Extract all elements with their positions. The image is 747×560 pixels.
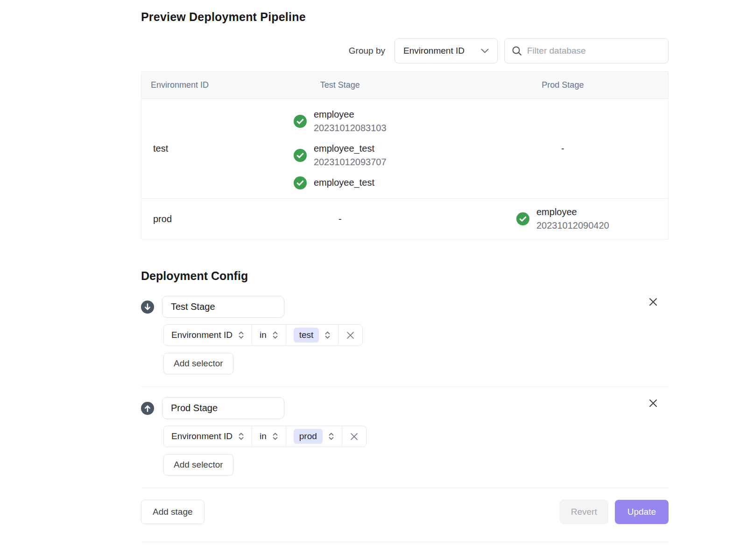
- selector-key-select[interactable]: Environment ID: [164, 426, 252, 447]
- database-name: employee: [314, 108, 387, 121]
- database-name: employee_test: [314, 142, 387, 155]
- remove-stage-button[interactable]: [647, 397, 659, 409]
- stage-name-input[interactable]: [162, 296, 284, 318]
- database-entry: employee_test: [294, 176, 387, 189]
- database-name: employee_test: [314, 176, 374, 189]
- test-stage-empty: -: [223, 214, 458, 224]
- success-check-icon: [516, 212, 529, 225]
- updown-chevron-icon: [328, 432, 334, 441]
- prod-stage-empty: -: [458, 143, 668, 154]
- close-icon: [346, 331, 354, 339]
- selector-value-select[interactable]: test: [286, 325, 339, 345]
- stage-divider: [141, 386, 669, 387]
- stage-name-input[interactable]: [162, 397, 284, 419]
- chevron-down-icon: [481, 49, 489, 54]
- filter-database-input[interactable]: [527, 46, 661, 56]
- prod-stage-cell: employee 20231012090420: [458, 205, 668, 232]
- selector-operator-select[interactable]: in: [252, 325, 286, 345]
- column-header-environment: Environment ID: [141, 80, 223, 90]
- database-entry: employee_test 20231012093707: [294, 142, 387, 169]
- group-by-value: Environment ID: [403, 46, 465, 56]
- add-stage-button[interactable]: Add stage: [141, 500, 204, 524]
- close-icon: [648, 297, 658, 307]
- remove-stage-button[interactable]: [647, 296, 659, 308]
- database-entry: employee 20231012083103: [294, 108, 387, 135]
- footer-actions: Add stage Revert Update: [141, 488, 669, 524]
- deployment-pipeline-page: Preview Deployment Pipeline Group by Env…: [0, 0, 747, 560]
- database-entry: employee 20231012090420: [516, 205, 609, 232]
- column-header-test-stage: Test Stage: [223, 80, 458, 90]
- page-title: Preview Deployment Pipeline: [141, 10, 669, 24]
- table-row: test employee 20231012083103 employee_te…: [141, 98, 668, 198]
- arrow-up-circle-icon: [141, 402, 154, 415]
- updown-chevron-icon: [238, 432, 244, 441]
- arrow-down-circle-icon: [141, 301, 154, 314]
- pipeline-toolbar: Group by Environment ID: [141, 38, 669, 63]
- database-list: employee 20231012083103 employee_test 20…: [294, 108, 387, 189]
- success-check-icon: [294, 115, 307, 128]
- column-header-prod-stage: Prod Stage: [458, 80, 668, 90]
- deployment-config-title: Deployment Config: [141, 269, 669, 283]
- pipeline-table: Environment ID Test Stage Prod Stage tes…: [141, 71, 669, 239]
- close-icon: [648, 399, 658, 408]
- bottom-divider: [141, 542, 669, 542]
- updown-chevron-icon: [272, 432, 278, 441]
- success-check-icon: [294, 176, 307, 189]
- updown-chevron-icon: [238, 330, 244, 340]
- database-version: 20231012083103: [314, 121, 387, 135]
- selector-operator-select[interactable]: in: [252, 426, 286, 447]
- update-button[interactable]: Update: [615, 500, 669, 524]
- add-selector-button[interactable]: Add selector: [163, 353, 233, 374]
- selector-value-select[interactable]: prod: [286, 426, 342, 447]
- selector-value-tag: test: [294, 328, 319, 343]
- database-version: 20231012090420: [536, 219, 609, 232]
- test-stage-cell: employee 20231012083103 employee_test 20…: [223, 108, 458, 189]
- remove-selector-button[interactable]: [342, 426, 366, 447]
- selector-rule: Environment ID in test: [163, 324, 363, 346]
- database-version: 20231012093707: [314, 155, 387, 169]
- database-list: employee 20231012090420: [516, 205, 609, 232]
- environment-name: prod: [141, 214, 223, 224]
- revert-button[interactable]: Revert: [560, 500, 608, 524]
- group-by-label: Group by: [349, 46, 385, 56]
- selector-value-tag: prod: [294, 429, 323, 444]
- remove-selector-button[interactable]: [338, 325, 362, 345]
- group-by-select[interactable]: Environment ID: [395, 38, 498, 63]
- close-icon: [350, 433, 358, 441]
- updown-chevron-icon: [324, 330, 331, 340]
- table-header-row: Environment ID Test Stage Prod Stage: [141, 72, 668, 98]
- add-selector-button[interactable]: Add selector: [163, 454, 233, 476]
- stage-config-prod: Environment ID in prod Add selector: [141, 397, 669, 476]
- database-name: employee: [536, 205, 609, 219]
- selector-rule: Environment ID in prod: [163, 426, 366, 447]
- environment-name: test: [141, 143, 223, 154]
- stage-config-test: Environment ID in test Add selector: [141, 296, 669, 374]
- table-row: prod - employee 20231012090420: [141, 198, 668, 239]
- success-check-icon: [294, 149, 307, 162]
- filter-database-search: [504, 38, 669, 63]
- updown-chevron-icon: [272, 330, 278, 340]
- search-icon: [512, 46, 522, 56]
- selector-key-select[interactable]: Environment ID: [164, 325, 252, 345]
